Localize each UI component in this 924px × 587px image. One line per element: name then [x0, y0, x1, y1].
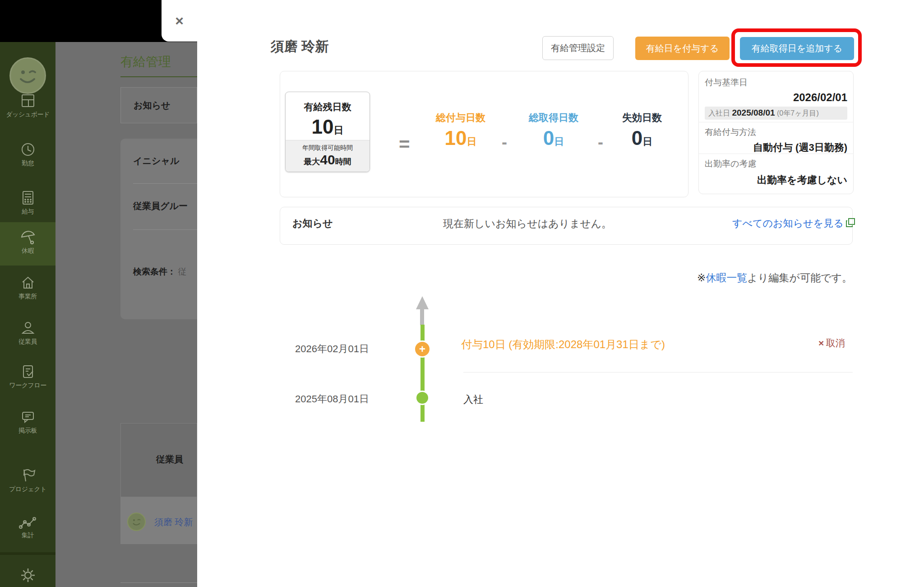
timeline-date: 2025年08月01日 [295, 392, 369, 406]
taken-days-value: 0 [543, 127, 554, 149]
notice-message: 現在新しいお知らせはありません。 [443, 217, 612, 231]
bg-employee-avatar [127, 512, 146, 531]
sidebar-item-workflow[interactable]: ワークフロー [0, 363, 55, 390]
sidebar-item-employees[interactable]: 従業員 [0, 320, 55, 346]
bg-search-label: 検索条件： [133, 267, 176, 276]
bg-search-value: 従 [178, 267, 186, 276]
sidebar-item-office[interactable]: 事業所 [0, 275, 55, 301]
annual-hours-unit: 時間 [335, 157, 351, 166]
external-window-icon [845, 221, 855, 229]
clock-icon [0, 141, 55, 158]
annual-hours-label: 年間取得可能時間 [286, 140, 370, 152]
sidebar-item-vacation[interactable]: 休暇 [0, 228, 55, 255]
bg-notice-box: お知らせ [120, 87, 197, 123]
flag-icon [0, 467, 55, 484]
divider [133, 229, 197, 230]
bg-table-row: 須磨 玲新 [120, 497, 197, 544]
hire-date-chip: 入社日 2025/08/01 (0年7ヶ月目) [705, 107, 847, 120]
base-date-value: 2026/02/01 [705, 91, 847, 104]
notice-label: お知らせ [292, 217, 333, 230]
avatar[interactable] [9, 57, 46, 94]
timeline-arrow-icon [416, 296, 429, 309]
bg-row-group: 従業員グルー [133, 200, 197, 212]
bg-employee-link[interactable]: 須磨 玲新 [154, 516, 193, 528]
taken-days-unit: 日 [554, 136, 564, 147]
sidebar-item-label: 集計 [22, 531, 34, 539]
sidebar-item-label: ワークフロー [9, 382, 46, 389]
chart-icon [0, 516, 55, 530]
minus-sign: - [502, 133, 507, 152]
sidebar-item-label: 従業員 [18, 338, 37, 345]
remaining-days-value: 10 [312, 116, 334, 138]
bg-title-underline [120, 76, 197, 77]
sidebar-item-label: ダッシュボード [6, 111, 49, 118]
vacation-list-link[interactable]: 休暇一覧 [706, 272, 747, 284]
timeline-line [420, 325, 425, 422]
hire-date-label: 入社日 [708, 109, 730, 117]
grant-method-row: 有給付与方法 自動付与 (週3日勤務) [705, 126, 847, 154]
timeline-join-text: 入社 [463, 393, 483, 406]
board-icon [0, 409, 55, 425]
cancel-grant-button[interactable]: × 取消 [818, 337, 845, 349]
granted-days-column: 総付与日数 10日 [422, 111, 499, 148]
remaining-days-unit: 日 [333, 125, 343, 136]
calculator-icon [0, 190, 55, 206]
bg-notice-label: お知らせ [134, 99, 197, 112]
base-date-label: 付与基準日 [705, 77, 847, 89]
sidebar-item-label: 勤怠 [22, 159, 34, 167]
dashboard-icon [0, 93, 55, 109]
divider [463, 372, 853, 373]
cancel-x-icon: × [818, 338, 824, 348]
gear-icon [0, 566, 55, 585]
sidebar-item-board[interactable]: 掲示板 [0, 409, 55, 435]
note-suffix: より編集が可能です。 [747, 272, 852, 284]
bg-row-initial: イニシャル [133, 155, 197, 167]
sidebar-item-attendance[interactable]: 勤怠 [0, 141, 55, 168]
join-marker-dot [415, 391, 430, 405]
bg-page-title: 有給管理 [120, 53, 171, 70]
timeline-date: 2026年02月01日 [295, 342, 369, 356]
sidebar-item-dashboard[interactable]: ダッシュボード [0, 93, 55, 119]
bg-table-header: 従業員 [120, 423, 197, 497]
paid-leave-settings-button[interactable]: 有給管理設定 [542, 36, 614, 60]
sidebar-item-payroll[interactable]: 給与 [0, 190, 55, 216]
remaining-days-label: 有給残日数 [286, 92, 370, 113]
grant-marker-plus-icon: + [414, 340, 431, 358]
sidebar-item-project[interactable]: プロジェクト [0, 467, 55, 494]
attendance-label: 出勤率の考慮 [705, 158, 847, 170]
grant-paid-leave-button[interactable]: 有給日を付与する [635, 37, 730, 60]
sidebar-divider [0, 552, 55, 555]
home-icon [0, 275, 55, 291]
workflow-icon [0, 363, 55, 380]
annual-hours-prefix: 最大 [304, 157, 320, 166]
granted-days-value: 10 [445, 127, 467, 149]
sidebar-item-summary[interactable]: 集計 [0, 516, 55, 540]
grant-method-label: 有給付与方法 [705, 126, 847, 138]
see-all-notices[interactable]: すべてのお知らせを見る [732, 217, 855, 230]
bg-row-search: 検索条件： 従 [133, 266, 197, 278]
remaining-days-box: 有給残日数 10日 年間取得可能時間 最大40時間 [285, 92, 370, 172]
close-icon[interactable]: × [162, 0, 197, 42]
taken-days-column: 総取得日数 0日 [515, 111, 592, 148]
expired-days-label: 失効日数 [604, 111, 680, 125]
sidebar: ダッシュボード 勤怠 給与 休暇 事業所 従業員 ワークフロー 掲示板 [0, 42, 55, 587]
base-date-row: 付与基準日 2026/02/01 入社日 2025/08/01 (0年7ヶ月目) [705, 77, 847, 120]
see-all-notices-link[interactable]: すべてのお知らせを見る [732, 218, 844, 229]
granted-days-unit: 日 [467, 136, 476, 147]
sidebar-item-label: プロジェクト [9, 485, 46, 493]
person-icon [0, 320, 55, 336]
sidebar-item-settings[interactable] [0, 566, 55, 587]
bg-table-header-label: 従業員 [156, 453, 197, 466]
plus-icon: + [419, 344, 425, 354]
modal-employee-name: 須磨 玲新 [271, 37, 328, 56]
divider [698, 154, 854, 154]
bg-filter-card: イニシャル 従業員グルー 検索条件： 従 [120, 139, 197, 319]
attendance-row: 出勤率の考慮 出勤率を考慮しない [705, 158, 847, 187]
cancel-label: 取消 [826, 338, 845, 348]
divider [120, 582, 197, 583]
highlight-rectangle [731, 28, 862, 67]
timeline-grant-text: 付与10日 (有効期限:2028年01月31日まで) [461, 337, 665, 352]
attendance-value: 出勤率を考慮しない [705, 173, 847, 187]
expired-days-column: 失効日数 0日 [604, 111, 680, 148]
equals-sign: = [399, 134, 410, 155]
